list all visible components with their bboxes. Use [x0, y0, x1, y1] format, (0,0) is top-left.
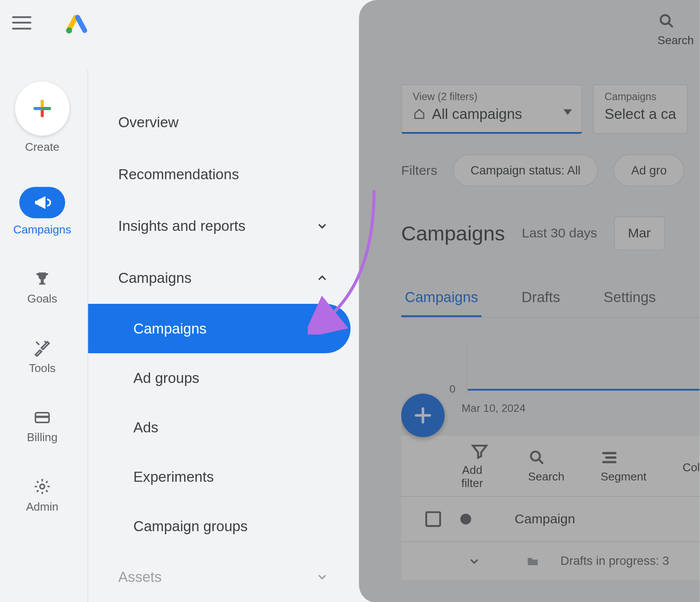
- page-title: Campaigns: [401, 222, 505, 245]
- col-campaign: Campaign: [514, 511, 575, 527]
- folder-icon: [524, 554, 541, 567]
- create-label: Create: [25, 140, 60, 153]
- chart-y-zero: 0: [449, 383, 455, 396]
- svg-rect-2: [35, 416, 49, 418]
- tools-icon: [33, 339, 51, 357]
- tools-nav-label: Tools: [29, 362, 56, 375]
- goals-nav-label: Goals: [27, 292, 57, 306]
- tab-settings[interactable]: Settings: [600, 280, 659, 317]
- gear-icon: [33, 477, 51, 495]
- nav-campaigns-parent[interactable]: Campaigns: [88, 252, 359, 304]
- billing-nav-label: Billing: [27, 431, 58, 444]
- dropdown-caret-icon: [564, 109, 572, 115]
- nav-overview[interactable]: Overview: [88, 97, 359, 149]
- add-campaign-fab[interactable]: [401, 393, 444, 437]
- menu-icon[interactable]: [12, 16, 32, 29]
- chevron-down-icon: [315, 219, 329, 233]
- plus-icon: [413, 405, 433, 426]
- main-content: Search View (2 filters) All campaigns Ca…: [401, 0, 700, 602]
- svg-point-3: [40, 484, 44, 489]
- google-ads-logo-icon[interactable]: [65, 10, 89, 35]
- create-button[interactable]: Create: [15, 81, 69, 153]
- megaphone-icon: [32, 193, 52, 212]
- table-header-row: Campaign: [401, 496, 700, 541]
- drafts-label: Drafts in progress: 3: [560, 554, 669, 568]
- chevron-up-icon: [315, 271, 329, 285]
- home-icon: [413, 107, 426, 120]
- search-label: Search: [658, 34, 694, 47]
- segment-icon: [601, 449, 619, 466]
- drafts-row[interactable]: Drafts in progress: 3: [401, 541, 700, 580]
- toolbar-search-button[interactable]: Search: [528, 449, 564, 484]
- billing-nav[interactable]: Billing: [27, 408, 58, 445]
- nav-recommendations[interactable]: Recommendations: [88, 148, 359, 200]
- nav-campaigngroups-sub[interactable]: Campaign groups: [88, 501, 359, 551]
- chart-gridline: [466, 342, 467, 395]
- date-range-label: Last 30 days: [522, 226, 597, 241]
- status-dot-icon: [460, 514, 471, 525]
- chart-x-date: Mar 10, 2024: [462, 402, 525, 415]
- chart-line: [468, 389, 700, 390]
- search-icon: [528, 449, 546, 466]
- nav-adgroups-sub[interactable]: Ad groups: [88, 353, 359, 403]
- admin-nav[interactable]: Admin: [26, 477, 58, 514]
- tab-drafts[interactable]: Drafts: [518, 280, 564, 317]
- goals-nav[interactable]: Goals: [27, 269, 57, 306]
- chevron-down-icon: [468, 554, 481, 567]
- card-icon: [33, 408, 51, 426]
- search-button[interactable]: Search: [658, 12, 694, 47]
- left-rail: Create Campaigns Goals Tools Billing Adm…: [0, 70, 84, 602]
- campaign-select-dropdown[interactable]: Campaigns Select a ca: [593, 84, 688, 134]
- nav-experiments-sub[interactable]: Experiments: [88, 452, 359, 501]
- chevron-down-icon: [315, 571, 329, 584]
- chart: 0 Mar 10, 2024: [401, 342, 700, 414]
- view-filter-label: View (2 filters): [413, 91, 570, 103]
- nav-ads-sub[interactable]: Ads: [88, 403, 359, 452]
- view-filter-dropdown[interactable]: View (2 filters) All campaigns: [401, 84, 582, 134]
- svg-point-4: [661, 15, 670, 24]
- tools-nav[interactable]: Tools: [29, 339, 56, 375]
- trophy-icon: [33, 269, 51, 287]
- filters-label: Filters: [401, 163, 438, 178]
- add-filter-button[interactable]: Add filter: [471, 442, 492, 490]
- filter-icon: [471, 442, 489, 460]
- filter-adgroup-pill[interactable]: Ad gro: [614, 154, 684, 186]
- search-icon: [658, 12, 676, 30]
- campaign-sel-label: Campaigns: [605, 91, 676, 103]
- nav-campaigns-sub[interactable]: Campaigns: [88, 304, 350, 353]
- columns-button[interactable]: Col: [682, 458, 700, 475]
- campaigns-nav[interactable]: Campaigns: [13, 187, 71, 236]
- tab-campaigns[interactable]: Campaigns: [401, 280, 482, 317]
- svg-point-5: [531, 452, 540, 461]
- admin-nav-label: Admin: [26, 501, 58, 514]
- campaigns-nav-label: Campaigns: [13, 223, 71, 236]
- table-toolbar: Add filter Search Segment Col: [401, 436, 700, 496]
- segment-button[interactable]: Segment: [601, 449, 647, 484]
- secondary-nav: Overview Recommendations Insights and re…: [88, 70, 359, 602]
- svg-point-0: [66, 27, 72, 33]
- tabs: Campaigns Drafts Settings: [401, 280, 700, 317]
- nav-assets[interactable]: Assets: [88, 551, 359, 602]
- filter-status-pill[interactable]: Campaign status: All: [453, 154, 598, 186]
- select-all-checkbox[interactable]: [425, 511, 441, 527]
- nav-insights[interactable]: Insights and reports: [88, 200, 359, 252]
- view-filter-value: All campaigns: [432, 105, 522, 122]
- campaign-sel-value: Select a ca: [605, 105, 676, 122]
- date-range-picker[interactable]: Mar: [614, 216, 665, 250]
